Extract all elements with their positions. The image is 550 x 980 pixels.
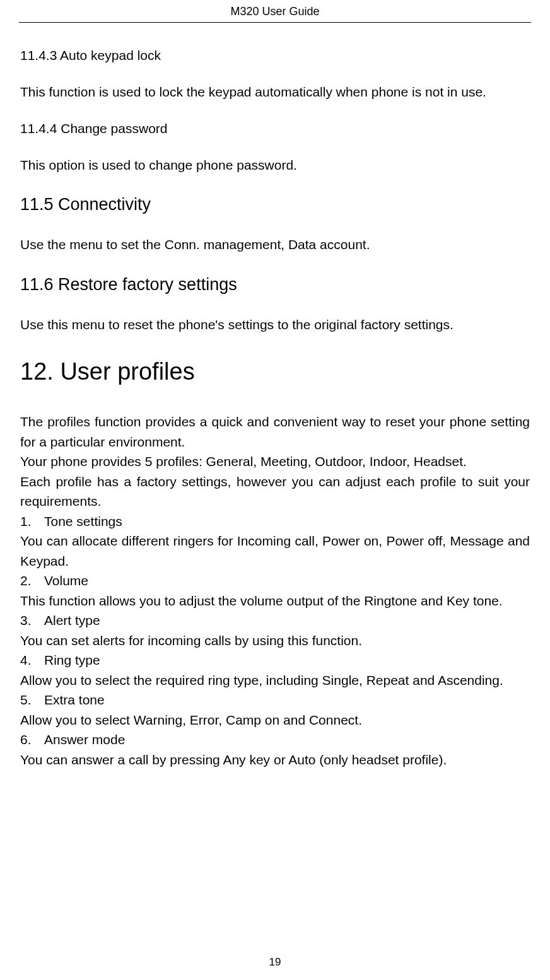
intro-12-2: Your phone provides 5 profiles: General,… bbox=[20, 452, 530, 472]
list-title-2: Volume bbox=[44, 573, 88, 588]
body-11-5: Use the menu to set the Conn. management… bbox=[20, 235, 530, 255]
list-num-1: 1. bbox=[20, 511, 44, 532]
page-number: 19 bbox=[0, 956, 550, 969]
list-body-2: This function allows you to adjust the v… bbox=[20, 591, 530, 611]
list-item-6: 6.Answer mode bbox=[20, 730, 530, 750]
list-body-1: You can allocate different ringers for I… bbox=[20, 531, 530, 571]
body-11-6: Use this menu to reset the phone's setti… bbox=[20, 315, 530, 335]
intro-12-1: The profiles function provides a quick a… bbox=[20, 412, 530, 452]
heading-11-5: 11.5 Connectivity bbox=[20, 195, 530, 214]
list-item-1: 1.Tone settings bbox=[20, 511, 530, 532]
list-body-6: You can answer a call by pressing Any ke… bbox=[20, 750, 530, 770]
list-body-4: Allow you to select the required ring ty… bbox=[20, 670, 530, 691]
header-rule bbox=[19, 22, 531, 23]
heading-11-6: 11.6 Restore factory settings bbox=[20, 275, 530, 295]
list-item-2: 2.Volume bbox=[20, 571, 530, 591]
heading-12: 12. User profiles bbox=[20, 358, 530, 385]
list-item-3: 3.Alert type bbox=[20, 610, 530, 631]
page-content: 11.4.3 Auto keypad lock This function is… bbox=[19, 48, 531, 769]
list-num-5: 5. bbox=[20, 690, 44, 710]
heading-11-4-3: 11.4.3 Auto keypad lock bbox=[20, 48, 530, 63]
list-title-3: Alert type bbox=[44, 613, 100, 627]
list-item-4: 4.Ring type bbox=[20, 650, 530, 670]
heading-11-4-4: 11.4.4 Change password bbox=[20, 121, 530, 136]
page-header: M320 User Guide bbox=[19, 0, 531, 22]
list-num-6: 6. bbox=[20, 730, 44, 750]
list-num-4: 4. bbox=[20, 650, 44, 670]
list-title-6: Answer mode bbox=[44, 732, 125, 747]
list-body-3: You can set alerts for incoming calls by… bbox=[20, 631, 530, 651]
header-title: M320 User Guide bbox=[230, 5, 319, 18]
body-11-4-4: This option is used to change phone pass… bbox=[20, 155, 530, 175]
body-11-4-3: This function is used to lock the keypad… bbox=[20, 82, 530, 102]
list-title-4: Ring type bbox=[44, 653, 100, 667]
intro-12-3: Each profile has a factory settings, how… bbox=[20, 472, 530, 511]
list-item-5: 5.Extra tone bbox=[20, 690, 530, 710]
list-num-2: 2. bbox=[20, 571, 44, 591]
list-title-5: Extra tone bbox=[44, 692, 105, 707]
list-num-3: 3. bbox=[20, 610, 44, 631]
list-body-5: Allow you to select Warning, Error, Camp… bbox=[20, 710, 530, 730]
list-title-1: Tone settings bbox=[44, 514, 122, 528]
